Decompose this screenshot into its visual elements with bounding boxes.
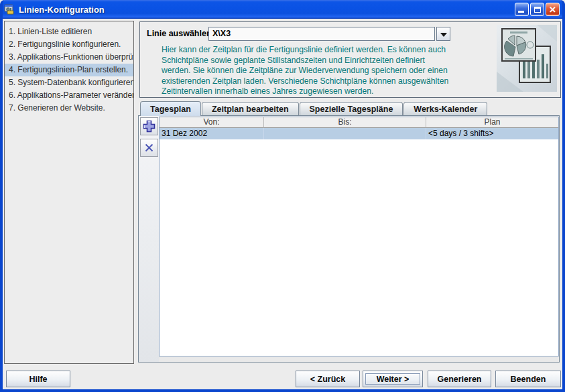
generate-button[interactable]: Generieren xyxy=(428,371,491,387)
line-select-label: Linie auswählen: xyxy=(147,29,214,38)
table-header-row: Von: Bis: Plan xyxy=(160,117,558,128)
tab-zeitplan-bearbeiten[interactable]: Zeitplan bearbeiten xyxy=(202,102,299,115)
cell-bis[interactable] xyxy=(264,128,426,139)
close-icon[interactable]: ✕ xyxy=(546,3,560,16)
maximize-glyph xyxy=(534,7,541,13)
app-icon xyxy=(4,4,15,15)
maximize-icon[interactable] xyxy=(530,3,544,16)
tab-content: Von: Bis: Plan 31 Dez 2002 <5 days / 3 s… xyxy=(138,115,560,363)
tab-tagesplan[interactable]: Tagesplan xyxy=(140,101,201,116)
description-text: Hier kann der Zeitplan für die Fertigung… xyxy=(162,45,507,97)
column-header-bis[interactable]: Bis: xyxy=(264,117,426,128)
charts-illustration-image xyxy=(497,25,557,92)
back-button[interactable]: < Zurück xyxy=(296,371,360,387)
tab-werks-kalender[interactable]: Werks-Kalender xyxy=(403,102,487,115)
window-content: 1. Linien-Liste editieren 2. Fertigungsl… xyxy=(3,19,562,389)
charts-illustration xyxy=(497,25,557,92)
chevron-down-icon xyxy=(440,33,447,37)
description-line: existierenden Zeitplan laden. Verschiede… xyxy=(162,76,507,87)
delete-row-button[interactable] xyxy=(140,139,158,157)
description-line: werden. Sie können die Zeitpläne zur Wie… xyxy=(162,66,507,76)
sidebar-item-step1[interactable]: 1. Linien-Liste editieren xyxy=(5,25,133,38)
column-header-plan[interactable]: Plan xyxy=(426,117,558,128)
schedule-tabpane: Tagesplan Zeitplan bearbeiten Spezielle … xyxy=(137,101,561,364)
plus-icon xyxy=(143,120,155,133)
delete-x-icon xyxy=(144,143,154,153)
minimize-glyph xyxy=(518,11,524,13)
description-line: Schichtpläne sowie geplante Stillstandsz… xyxy=(162,56,507,66)
table-toolbar xyxy=(139,116,159,362)
sidebar-item-step7[interactable]: 7. Generieren der Website. xyxy=(5,102,133,115)
add-row-button[interactable] xyxy=(140,117,158,135)
window-title: Linien-Konfiguration xyxy=(19,5,105,15)
line-select-combobox[interactable]: X\X3 xyxy=(208,27,435,41)
sidebar-item-step6[interactable]: 6. Applikations-Parameter verändern xyxy=(5,89,133,102)
description-line: Zeitintervallen innerhalb eines Jahres z… xyxy=(162,86,507,97)
next-button[interactable]: Weiter > xyxy=(363,371,423,387)
schedule-table: Von: Bis: Plan 31 Dez 2002 <5 days / 3 s… xyxy=(159,117,559,356)
cell-plan[interactable]: <5 days / 3 shifts> xyxy=(426,128,558,139)
line-select-panel: Linie auswählen: X\X3 Hier kann der Zeit… xyxy=(139,21,561,98)
cell-von[interactable]: 31 Dez 2002 xyxy=(160,128,264,139)
minimize-icon[interactable] xyxy=(515,3,529,16)
sidebar-item-step2[interactable]: 2. Fertigungslinie konfigurieren. xyxy=(5,38,133,51)
sidebar-item-step4[interactable]: 4. Fertigungslinien-Plan erstellen. xyxy=(5,64,133,76)
combo-dropdown-button[interactable] xyxy=(436,27,450,41)
tab-strip: Tagesplan Zeitplan bearbeiten Spezielle … xyxy=(140,101,487,115)
exit-button[interactable]: Beenden xyxy=(495,371,561,387)
help-button[interactable]: Hilfe xyxy=(6,371,70,387)
sidebar-item-step3[interactable]: 3. Applikations-Funktionen überprüfen xyxy=(5,51,133,64)
wizard-steps-sidebar: 1. Linien-Liste editieren 2. Fertigungsl… xyxy=(4,21,134,364)
description-line: Hier kann der Zeitplan für die Fertigung… xyxy=(162,45,507,56)
sidebar-item-step5[interactable]: 5. System-Datenbank konfigurieren xyxy=(5,76,133,89)
close-glyph: ✕ xyxy=(546,3,559,15)
column-header-von[interactable]: Von: xyxy=(160,117,264,128)
titlebar: Linien-Konfiguration ✕ xyxy=(0,0,565,19)
table-row[interactable]: 31 Dez 2002 <5 days / 3 shifts> xyxy=(160,128,558,139)
app-window: Linien-Konfiguration ✕ 1. Linien-Liste e… xyxy=(0,0,565,392)
tab-spezielle-tagesplaene[interactable]: Spezielle Tagespläne xyxy=(300,102,403,115)
